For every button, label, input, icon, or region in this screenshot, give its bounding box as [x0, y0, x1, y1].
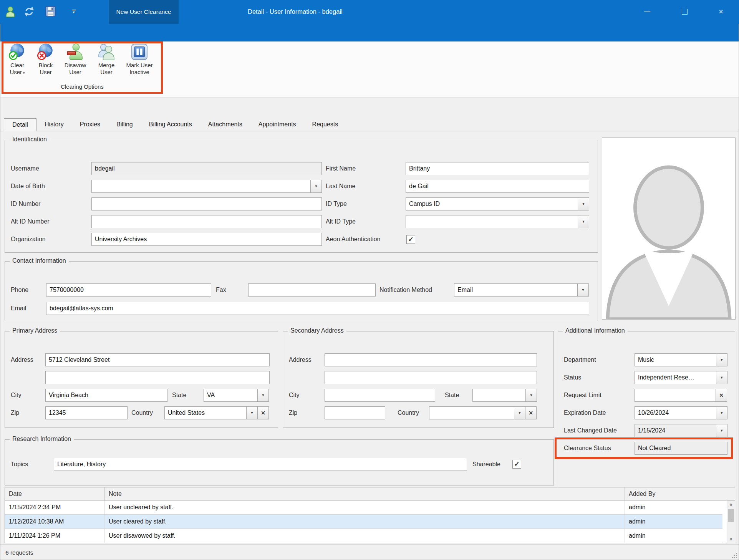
save-icon[interactable]: [45, 6, 56, 17]
id-type-field[interactable]: Campus ID: [406, 197, 578, 210]
secondary-country-dropdown-button[interactable]: ▼: [514, 406, 525, 419]
secondary-country-field[interactable]: [429, 406, 514, 419]
secondary-state-dropdown-button[interactable]: ▼: [525, 389, 537, 402]
email-field[interactable]: bdegail@atlas-sys.com: [46, 302, 589, 315]
tab-appointments[interactable]: Appointments: [250, 118, 304, 131]
department-dropdown-button[interactable]: ▼: [716, 353, 727, 366]
tab-billing[interactable]: Billing: [108, 118, 141, 131]
date-of-birth-dropdown-button[interactable]: ▼: [310, 180, 322, 193]
notification-method-field[interactable]: Email: [454, 283, 578, 297]
clear-user-button[interactable]: Clear User▾: [5, 43, 30, 76]
tab-history[interactable]: History: [36, 118, 72, 131]
aeon-authentication-checkbox[interactable]: ✓: [406, 235, 415, 244]
id-type-dropdown-button[interactable]: ▼: [578, 197, 589, 210]
status-field[interactable]: Independent Rese…: [635, 371, 716, 384]
primary-country-dropdown-button[interactable]: ▼: [246, 406, 258, 419]
organization-field[interactable]: University Archives: [91, 233, 322, 246]
secondary-country-clear-button[interactable]: ✕: [525, 406, 537, 419]
scroll-up-button[interactable]: ∧: [727, 500, 735, 508]
chevron-down-icon: ▾: [23, 71, 25, 75]
primary-country-clear-button[interactable]: ✕: [257, 406, 269, 419]
chevron-down-icon: ▼: [582, 202, 585, 206]
shareable-checkbox[interactable]: ✓: [512, 460, 521, 469]
minimize-button[interactable]: —: [636, 0, 659, 23]
primary-city-field[interactable]: Virginia Beach: [45, 389, 167, 402]
mark-user-inactive-button[interactable]: Mark User Inactive: [122, 43, 157, 76]
secondary-address-line2-field[interactable]: [325, 371, 537, 384]
secondary-address-group-title: Secondary Address: [288, 327, 346, 334]
user-photo-placeholder[interactable]: [602, 138, 736, 320]
primary-address-line1-field[interactable]: 5712 Cleveland Street: [45, 353, 270, 366]
table-row[interactable]: 1/15/2024 2:34 PM User uncleared by staf…: [5, 500, 722, 515]
maximize-icon: [682, 9, 688, 15]
last-changed-date-label: Last Changed Date: [564, 424, 617, 437]
expiration-date-field[interactable]: 10/26/2024: [635, 406, 716, 419]
vertical-scrollbar[interactable]: ∧ ∨: [727, 500, 735, 543]
request-limit-clear-button[interactable]: ✕: [716, 389, 727, 402]
scroll-down-button[interactable]: ∨: [727, 535, 735, 543]
column-header-date[interactable]: Date: [5, 487, 105, 500]
primary-state-field[interactable]: VA: [204, 389, 258, 402]
alt-id-type-label: Alt ID Type: [326, 215, 356, 228]
date-of-birth-label: Date of Birth: [11, 180, 45, 193]
secondary-state-field[interactable]: [472, 389, 526, 402]
column-header-added-by[interactable]: Added By: [625, 487, 727, 500]
status-label: Status: [564, 371, 581, 384]
status-dropdown-button[interactable]: ▼: [716, 371, 727, 384]
phone-field[interactable]: 7570000000: [46, 283, 211, 297]
column-header-note[interactable]: Note: [105, 487, 625, 500]
clear-user-label: Clear User▾: [10, 62, 25, 76]
first-name-label: First Name: [326, 162, 356, 175]
tab-detail[interactable]: Detail: [4, 118, 36, 131]
disavow-user-button[interactable]: Disavow User: [61, 43, 90, 76]
primary-zip-field[interactable]: 12345: [45, 406, 128, 419]
check-icon: ✓: [514, 461, 519, 467]
secondary-city-field[interactable]: [325, 389, 435, 402]
cell-note: User uncleared by staff.: [105, 500, 625, 514]
last-changed-date-field[interactable]: 1/15/2024: [635, 424, 716, 437]
quick-access-toolbar-more-button[interactable]: ▾: [71, 10, 76, 14]
alt-id-type-field[interactable]: [406, 215, 578, 228]
first-name-field[interactable]: Brittany: [406, 162, 589, 175]
chevron-up-icon: ∧: [729, 502, 732, 507]
tab-proxies[interactable]: Proxies: [72, 118, 108, 131]
secondary-address-line1-field[interactable]: [325, 353, 537, 366]
close-button[interactable]: ✕: [709, 0, 732, 23]
merge-user-button[interactable]: Merge User: [94, 43, 119, 76]
alt-id-number-field[interactable]: [91, 215, 322, 228]
username-label: Username: [11, 162, 39, 175]
tab-attachments[interactable]: Attachments: [200, 118, 250, 131]
table-row[interactable]: 1/11/2024 1:26 PM User disavowed by staf…: [5, 529, 722, 543]
alt-id-type-dropdown-button[interactable]: ▼: [578, 215, 589, 228]
secondary-zip-field[interactable]: [325, 406, 385, 419]
request-limit-field[interactable]: [635, 389, 716, 402]
table-row-selected[interactable]: 1/12/2024 10:38 AM User cleared by staff…: [5, 515, 722, 529]
last-name-field[interactable]: de Gail: [406, 180, 589, 193]
block-user-button[interactable]: Block User: [34, 43, 58, 76]
last-changed-date-dropdown-button[interactable]: ▼: [716, 424, 727, 437]
date-of-birth-field[interactable]: [91, 180, 311, 193]
id-number-field[interactable]: [91, 197, 322, 210]
tab-billing-accounts[interactable]: Billing Accounts: [141, 118, 200, 131]
primary-state-dropdown-button[interactable]: ▼: [257, 389, 269, 402]
topics-field[interactable]: Literature, History: [54, 458, 467, 471]
user-icon[interactable]: [5, 6, 15, 17]
refresh-icon[interactable]: [23, 6, 35, 17]
chevron-down-icon: ▼: [530, 393, 533, 397]
scrollbar-thumb[interactable]: [728, 509, 734, 522]
notification-method-dropdown-button[interactable]: ▼: [577, 283, 589, 297]
primary-state-label: State: [172, 389, 186, 402]
tab-requests[interactable]: Requests: [304, 118, 346, 131]
primary-address-line2-field[interactable]: [45, 371, 270, 384]
secondary-zip-label: Zip: [289, 406, 297, 419]
fax-label: Fax: [216, 283, 226, 297]
chevron-down-icon: ▼: [262, 393, 265, 397]
fax-field[interactable]: [248, 283, 376, 297]
maximize-button[interactable]: [673, 0, 696, 23]
minimize-icon: —: [644, 8, 650, 15]
expiration-date-dropdown-button[interactable]: ▼: [716, 406, 727, 419]
resize-grip-icon[interactable]: [732, 553, 737, 558]
department-field[interactable]: Music: [635, 353, 716, 366]
username-field[interactable]: bdegail: [91, 162, 322, 175]
primary-country-field[interactable]: United States: [164, 406, 247, 419]
